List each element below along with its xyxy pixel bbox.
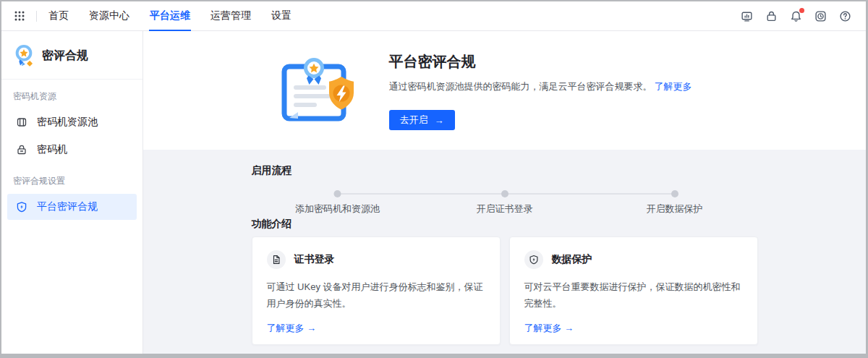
feature-card-data-protection: 数据保护 可对云平台重要数据进行保护，保证数据的机密性和完整性。 了解更多 → bbox=[509, 236, 758, 345]
feature-card-certificate-login: 证书登录 可通过 UKey 设备对用户进行身份标志和鉴别，保证用户身份的真实性。… bbox=[252, 236, 501, 345]
card-title: 证书登录 bbox=[294, 253, 335, 266]
notification-dot bbox=[799, 8, 804, 13]
card-learn-more-link[interactable]: 了解更多 → bbox=[524, 322, 574, 335]
process-title: 启用流程 bbox=[252, 163, 758, 177]
card-learn-more-link[interactable]: 了解更多 → bbox=[267, 322, 317, 335]
stepper-step-3: 开启数据保护 bbox=[647, 190, 703, 216]
content-section: 启用流程 添加密码机和资源池 开启证书登录 开 bbox=[143, 150, 866, 354]
shield-lightning-icon bbox=[524, 250, 543, 269]
sidebar-group-label: 密码机资源 bbox=[1, 80, 142, 109]
help-icon[interactable] bbox=[839, 10, 851, 22]
stepper-step-1: 添加密码机和资源池 bbox=[295, 190, 380, 216]
step-label: 开启证书登录 bbox=[477, 203, 533, 216]
nav-tab-operation-mgmt[interactable]: 运营管理 bbox=[200, 1, 261, 30]
sidebar-item-label: 平台密评合规 bbox=[37, 200, 98, 213]
certificate-illustration bbox=[281, 57, 356, 124]
lock-icon bbox=[16, 144, 27, 155]
shield-lightning-icon bbox=[16, 201, 27, 213]
step-dot bbox=[334, 190, 341, 197]
step-label: 开启数据保护 bbox=[647, 203, 703, 216]
nav-tab-resource-center[interactable]: 资源中心 bbox=[79, 1, 140, 30]
arrow-right-icon: → bbox=[435, 115, 444, 126]
sidebar-item-cipher-machine[interactable]: 密码机 bbox=[7, 137, 137, 163]
main-content: 平台密评合规 通过密码机资源池提供的密码能力，满足云平台密评合规要求。了解更多 … bbox=[143, 31, 866, 354]
history-icon[interactable] bbox=[814, 10, 827, 22]
sidebar: 密评合规 密码机资源 密码机资源池 bbox=[1, 31, 143, 354]
sidebar-item-label: 密码机资源池 bbox=[37, 116, 98, 129]
process-stepper: 添加密码机和资源池 开启证书登录 开启数据保护 bbox=[252, 177, 758, 216]
enable-button[interactable]: 去开启 → bbox=[389, 110, 455, 130]
sidebar-header: 密评合规 bbox=[1, 41, 142, 79]
topbar-actions bbox=[741, 10, 851, 22]
nav-tab-settings[interactable]: 设置 bbox=[261, 1, 302, 30]
card-description: 可对云平台重要数据进行保护，保证数据的机密性和完整性。 bbox=[524, 278, 743, 312]
sidebar-group-label: 密评合规设置 bbox=[1, 164, 142, 194]
step-dot bbox=[671, 190, 678, 197]
stepper-step-2: 开启证书登录 bbox=[477, 190, 533, 216]
card-description: 可通过 UKey 设备对用户进行身份标志和鉴别，保证用户身份的真实性。 bbox=[267, 278, 485, 312]
certificate-doc-icon bbox=[267, 250, 286, 269]
hero-section: 平台密评合规 通过密码机资源池提供的密码能力，满足云平台密评合规要求。了解更多 … bbox=[143, 31, 866, 150]
card-title: 数据保护 bbox=[552, 253, 592, 266]
sidebar-item-platform-compliance[interactable]: 平台密评合规 bbox=[7, 194, 137, 220]
sidebar-item-resource-pool[interactable]: 密码机资源池 bbox=[7, 109, 137, 135]
lock-icon[interactable] bbox=[765, 10, 778, 22]
sidebar-title: 密评合规 bbox=[42, 48, 88, 64]
enable-button-label: 去开启 bbox=[400, 114, 428, 127]
nav-tab-platform-ops[interactable]: 平台运维 bbox=[140, 1, 200, 30]
dashboard-icon[interactable] bbox=[741, 10, 753, 22]
bell-icon[interactable] bbox=[790, 10, 802, 22]
nav-tab-home[interactable]: 首页 bbox=[38, 1, 79, 30]
top-navbar: 首页 资源中心 平台运维 运营管理 设置 bbox=[1, 1, 866, 31]
hero-learn-more-link[interactable]: 了解更多 bbox=[655, 81, 692, 92]
page-title: 平台密评合规 bbox=[389, 52, 692, 72]
features-title: 功能介绍 bbox=[252, 216, 758, 231]
step-label: 添加密码机和资源池 bbox=[295, 203, 380, 216]
sidebar-item-label: 密码机 bbox=[37, 143, 67, 156]
top-nav-tabs: 首页 资源中心 平台运维 运营管理 设置 bbox=[38, 1, 302, 30]
hero-description: 通过密码机资源池提供的密码能力，满足云平台密评合规要求。 bbox=[389, 81, 652, 92]
app-window: 首页 资源中心 平台运维 运营管理 设置 bbox=[0, 0, 868, 358]
apps-grid-icon[interactable] bbox=[13, 9, 26, 22]
compliance-medal-icon bbox=[13, 44, 35, 67]
resource-pool-icon bbox=[16, 116, 27, 128]
feature-cards: 证书登录 可通过 UKey 设备对用户进行身份标志和鉴别，保证用户身份的真实性。… bbox=[252, 236, 758, 345]
divider bbox=[36, 11, 37, 22]
step-dot bbox=[501, 190, 509, 197]
